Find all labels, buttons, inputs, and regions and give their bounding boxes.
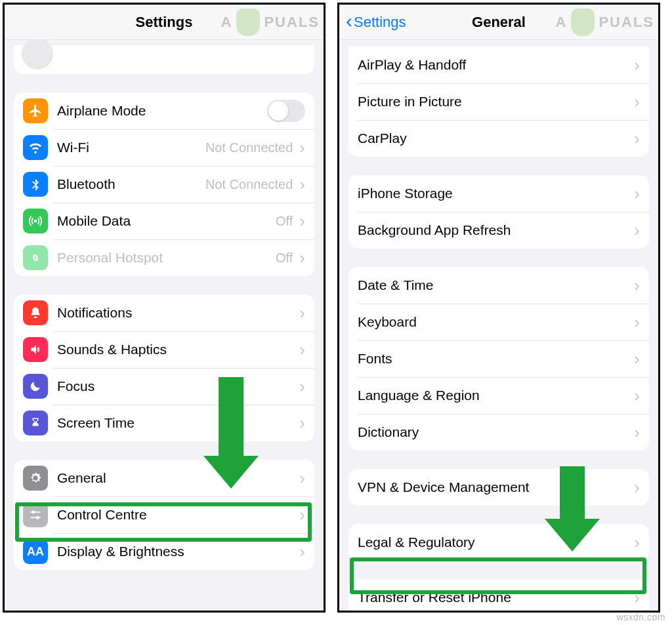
chevron-right-icon: › xyxy=(634,277,640,294)
bell-icon xyxy=(23,300,48,325)
wifi-icon xyxy=(23,135,48,160)
chevron-right-icon: › xyxy=(634,534,640,551)
row-transfer-reset-iphone[interactable]: Transfer or Reset iPhone › xyxy=(348,579,649,613)
row-mobile-data[interactable]: Mobile Data Off › xyxy=(14,203,314,239)
row-language-region[interactable]: Language & Region › xyxy=(348,377,649,414)
row-focus[interactable]: Focus › xyxy=(14,368,314,405)
chevron-right-icon: › xyxy=(299,414,305,432)
group-language: Date & Time › Keyboard › Fonts › Languag… xyxy=(348,267,649,451)
chevron-right-icon: › xyxy=(634,424,640,441)
row-general[interactable]: General › xyxy=(14,460,314,496)
label: Focus xyxy=(57,378,297,394)
bluetooth-icon xyxy=(23,172,48,197)
label: Picture in Picture xyxy=(358,94,631,110)
label: VPN & Device Management xyxy=(358,479,631,495)
chevron-right-icon: › xyxy=(634,56,640,73)
group-reset: Transfer or Reset iPhone › Shut Down xyxy=(348,579,649,613)
chevron-right-icon: › xyxy=(634,185,640,202)
label: Wi-Fi xyxy=(57,140,205,155)
airplane-toggle[interactable] xyxy=(267,100,305,122)
text-size-icon: AA xyxy=(23,539,48,564)
label: General xyxy=(57,470,297,486)
antenna-icon xyxy=(23,209,48,233)
svg-rect-2 xyxy=(31,512,41,513)
label: Keyboard xyxy=(358,314,631,330)
label: Control Centre xyxy=(57,507,297,523)
general-screen: ‹ Settings General APUALS AirPlay & Hand… xyxy=(337,3,660,613)
group-connectivity: Airplane Mode Wi-Fi Not Connected › Blue… xyxy=(14,92,314,276)
value: Off xyxy=(276,251,293,266)
chevron-right-icon: › xyxy=(634,479,640,496)
row-fonts[interactable]: Fonts › xyxy=(348,340,649,377)
chevron-right-icon: › xyxy=(299,249,305,266)
chevron-right-icon: › xyxy=(634,130,640,147)
group-vpn: VPN & Device Management › xyxy=(348,469,649,506)
navbar-title: General xyxy=(472,14,526,31)
row-control-centre[interactable]: Control Centre › xyxy=(14,496,314,533)
label: Mobile Data xyxy=(57,213,276,229)
row-background-refresh[interactable]: Background App Refresh › xyxy=(348,212,649,249)
avatar xyxy=(22,38,53,70)
label: Notifications xyxy=(57,305,297,321)
chevron-right-icon: › xyxy=(634,589,640,606)
label: Transfer or Reset iPhone xyxy=(358,590,631,605)
chevron-right-icon: › xyxy=(634,350,640,367)
chevron-right-icon: › xyxy=(299,378,305,395)
label: iPhone Storage xyxy=(358,186,631,201)
chevron-right-icon: › xyxy=(299,543,305,560)
label: Sounds & Haptics xyxy=(57,342,297,357)
label: Background App Refresh xyxy=(358,222,631,238)
row-dictionary[interactable]: Dictionary › xyxy=(348,414,649,451)
source-watermark: wsxdn.com xyxy=(616,612,665,622)
settings-screen: Settings APUALS Airplane Mode Wi-Fi No xyxy=(3,3,326,613)
gear-icon xyxy=(23,466,48,491)
value: Not Connected xyxy=(205,140,293,155)
chevron-right-icon: › xyxy=(299,304,305,321)
row-personal-hotspot[interactable]: Personal Hotspot Off › xyxy=(14,239,314,276)
label: Dictionary xyxy=(358,424,631,440)
back-label: Settings xyxy=(354,14,406,31)
row-bluetooth[interactable]: Bluetooth Not Connected › xyxy=(14,166,314,203)
value: Off xyxy=(276,214,293,229)
row-wifi[interactable]: Wi-Fi Not Connected › xyxy=(14,129,314,166)
svg-rect-4 xyxy=(31,517,41,518)
row-picture-in-picture[interactable]: Picture in Picture › xyxy=(348,83,649,120)
row-screen-time[interactable]: Screen Time › xyxy=(14,405,314,441)
label: Personal Hotspot xyxy=(57,250,276,266)
row-legal-regulatory[interactable]: Legal & Regulatory › xyxy=(348,524,649,561)
row-carplay[interactable]: CarPlay › xyxy=(348,120,649,157)
group-legal: Legal & Regulatory › xyxy=(348,524,649,561)
label: Language & Region xyxy=(358,388,631,403)
link-icon xyxy=(23,245,48,270)
chevron-left-icon: ‹ xyxy=(346,11,352,31)
row-airplane-mode[interactable]: Airplane Mode xyxy=(14,92,314,129)
chevron-right-icon: › xyxy=(634,93,640,110)
label: Legal & Regulatory xyxy=(358,534,631,550)
group-airplay: AirPlay & Handoff › Picture in Picture ›… xyxy=(348,47,649,157)
row-airplay-handoff[interactable]: AirPlay & Handoff › xyxy=(348,47,649,83)
chevron-right-icon: › xyxy=(299,341,305,358)
chevron-right-icon: › xyxy=(634,387,640,404)
navbar-settings: Settings xyxy=(5,5,324,40)
airplane-icon xyxy=(23,98,48,123)
row-date-time[interactable]: Date & Time › xyxy=(348,267,649,304)
navbar-general: ‹ Settings General xyxy=(339,5,658,40)
row-display-brightness[interactable]: AA Display & Brightness › xyxy=(14,533,314,570)
label: Screen Time xyxy=(57,415,297,431)
row-sounds-haptics[interactable]: Sounds & Haptics › xyxy=(14,331,314,368)
chevron-right-icon: › xyxy=(299,506,305,523)
row-keyboard[interactable]: Keyboard › xyxy=(348,304,649,340)
chevron-right-icon: › xyxy=(299,470,305,487)
profile-row-partial[interactable] xyxy=(14,45,314,74)
row-notifications[interactable]: Notifications › xyxy=(14,294,314,331)
row-vpn-device-management[interactable]: VPN & Device Management › xyxy=(348,469,649,506)
sliders-icon xyxy=(23,502,48,527)
label: AirPlay & Handoff xyxy=(358,57,631,73)
svg-point-0 xyxy=(35,220,37,222)
row-iphone-storage[interactable]: iPhone Storage › xyxy=(348,175,649,212)
back-button[interactable]: ‹ Settings xyxy=(346,5,406,39)
chevron-right-icon: › xyxy=(299,139,305,156)
value: Not Connected xyxy=(205,177,293,192)
moon-icon xyxy=(23,374,48,399)
label: CarPlay xyxy=(358,131,631,146)
